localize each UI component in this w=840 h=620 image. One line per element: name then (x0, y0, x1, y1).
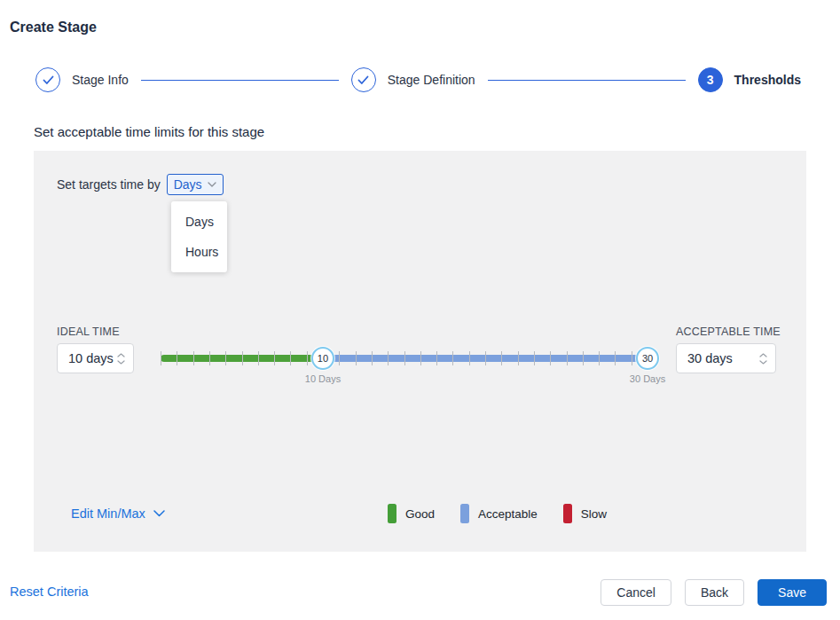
chevron-up-icon (117, 353, 125, 357)
ideal-time-value: 10 days (58, 351, 117, 365)
unit-dropdown-value: Days (174, 177, 202, 192)
legend-item-acceptable: Acceptable (460, 504, 538, 523)
slider-tick (534, 351, 535, 365)
slider-tick (420, 351, 421, 365)
slider-tick (469, 351, 470, 365)
slider-tick (583, 351, 584, 365)
threshold-legend: Good Acceptable Slow (388, 504, 607, 523)
slider-tick (290, 351, 291, 365)
slider-tick (388, 351, 389, 365)
slider-tick (485, 351, 486, 365)
stepper: Stage Info Stage Definition 3 Thresholds (35, 67, 801, 92)
slider-handle-acceptable[interactable]: 30 (636, 347, 659, 370)
step-complete-circle (351, 67, 376, 92)
slider-tick (567, 351, 568, 365)
slider-tick (258, 351, 259, 365)
edit-minmax-link[interactable]: Edit Min/Max (71, 506, 165, 521)
chevron-up-icon (759, 353, 767, 357)
legend-label: Good (405, 507, 435, 521)
check-icon (357, 75, 369, 85)
slider-tick (599, 351, 600, 365)
stepper-connector (488, 80, 686, 81)
slider-tick (193, 351, 194, 365)
unit-dropdown-menu: Days Hours (171, 201, 227, 272)
create-stage-page: Create Stage Stage Info Stage Definition… (0, 0, 840, 620)
chevron-down-icon (759, 360, 767, 365)
stepper-connector (141, 80, 339, 81)
slider-handle-acceptable-label: 30 Days (630, 373, 665, 384)
slider-tick (615, 351, 616, 365)
legend-label: Acceptable (478, 507, 538, 521)
slider-tick (518, 351, 519, 365)
slider-tick (242, 351, 243, 365)
ideal-time-input[interactable]: 10 days (57, 343, 134, 373)
slider-tick (550, 351, 551, 365)
thresholds-panel: Set targets time by Days Days Hours IDEA… (34, 151, 806, 552)
page-title: Create Stage (10, 20, 97, 35)
chevron-down-icon (117, 360, 125, 365)
step-thresholds[interactable]: 3 Thresholds (698, 67, 801, 92)
section-heading: Set acceptable time limits for this stag… (34, 124, 264, 139)
slider-tick (274, 351, 275, 365)
slider-tick (501, 351, 502, 365)
back-button[interactable]: Back (685, 579, 744, 606)
edit-minmax-label: Edit Min/Max (71, 506, 145, 521)
slider-tick (372, 351, 373, 365)
cancel-button[interactable]: Cancel (601, 579, 671, 606)
reset-criteria-link[interactable]: Reset Criteria (10, 585, 89, 599)
slider-handle-ideal[interactable]: 10 (311, 347, 334, 370)
slider-tick (339, 351, 340, 365)
save-button[interactable]: Save (758, 579, 827, 606)
acceptable-time-input[interactable]: 30 days (676, 343, 776, 373)
slider-tick (356, 351, 357, 365)
step-complete-circle (35, 67, 60, 92)
ideal-time-label: IDEAL TIME (57, 326, 120, 338)
chevron-down-icon (153, 510, 165, 517)
dropdown-option-days[interactable]: Days (171, 207, 227, 237)
slider-tick (307, 351, 308, 365)
chevron-down-icon (208, 182, 216, 187)
step-label: Stage Definition (388, 73, 475, 87)
legend-item-slow: Slow (563, 504, 607, 523)
step-label: Stage Info (72, 73, 129, 87)
slow-color-swatch (563, 504, 572, 523)
slider-tick (452, 351, 453, 365)
step-stage-info[interactable]: Stage Info (35, 67, 129, 92)
slider-tick (632, 351, 632, 365)
good-color-swatch (388, 504, 396, 523)
legend-label: Slow (581, 507, 607, 521)
footer-buttons: Cancel Back Save (601, 579, 827, 606)
slider-tick (225, 351, 226, 365)
step-label: Thresholds (734, 73, 801, 87)
acceptable-time-stepper[interactable] (759, 353, 775, 365)
target-time-label: Set targets time by (57, 177, 161, 192)
check-icon (43, 75, 54, 85)
step-stage-definition[interactable]: Stage Definition (351, 67, 475, 92)
ideal-time-stepper[interactable] (117, 353, 133, 365)
slider-tick (404, 351, 405, 365)
dropdown-option-hours[interactable]: Hours (171, 237, 227, 267)
step-number-circle: 3 (698, 67, 723, 92)
slider-handle-ideal-label: 10 Days (305, 373, 341, 384)
acceptable-time-label: ACCEPTABLE TIME (676, 326, 781, 338)
slider-tick (209, 351, 210, 365)
slider-tick (177, 351, 177, 365)
slider-tick (436, 351, 437, 365)
acceptable-color-swatch (460, 504, 469, 523)
slider-tick (161, 351, 161, 365)
acceptable-time-value: 30 days (677, 351, 759, 365)
legend-item-good: Good (388, 504, 435, 523)
target-time-row: Set targets time by Days (57, 174, 224, 195)
threshold-slider: 10 30 10 Days 30 Days (161, 346, 663, 371)
unit-dropdown[interactable]: Days (167, 174, 224, 195)
